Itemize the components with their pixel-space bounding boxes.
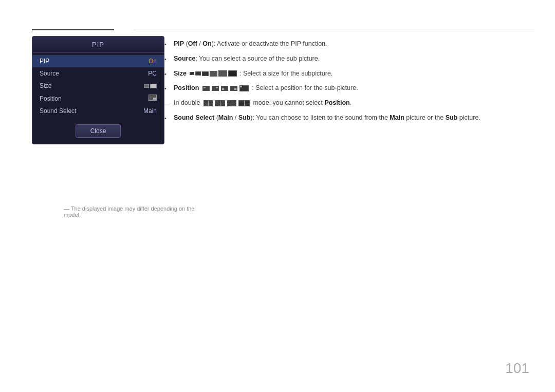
desc-pos-3 bbox=[221, 86, 228, 91]
pip-row-pip-value: On bbox=[149, 58, 157, 65]
desc-size-icons bbox=[190, 70, 237, 77]
size-icon-2 bbox=[150, 84, 157, 88]
pip-row-source-value: PC bbox=[148, 70, 157, 77]
desc-pos-1 bbox=[202, 86, 210, 91]
desc-size-6 bbox=[228, 70, 237, 77]
desc-dbl-icons bbox=[203, 100, 250, 106]
desc-size-3 bbox=[202, 71, 209, 76]
bullet-text-size: Size : Select a size for the subpicture. bbox=[174, 69, 332, 79]
bullet-text-position: Position : Select a position for the sub… bbox=[174, 83, 358, 93]
bullet-text-sound-select: Sound Select (Main / Sub): You can choos… bbox=[174, 113, 480, 123]
bullet-text-double: In double mode, you cannot select Positi… bbox=[174, 98, 351, 108]
bullet-dot-3: • bbox=[164, 70, 172, 79]
desc-pos-4 bbox=[230, 86, 237, 91]
bottom-note: ― The displayed image may differ dependi… bbox=[64, 206, 197, 218]
right-content: • PIP (Off / On): Activate or deactivate… bbox=[164, 39, 529, 128]
close-button[interactable]: Close bbox=[76, 124, 121, 138]
position-icon bbox=[149, 95, 157, 101]
bullet-dot-6: • bbox=[164, 114, 172, 123]
pip-row-pip[interactable]: PIP On bbox=[32, 55, 164, 67]
size-icons bbox=[144, 84, 157, 88]
pip-row-source[interactable]: Source PC bbox=[32, 67, 164, 80]
top-line-right bbox=[134, 29, 534, 29]
bullet-dot-5: ― bbox=[164, 99, 172, 108]
pip-row-sound-label: Sound Select bbox=[40, 107, 76, 115]
desc-dbl-1 bbox=[203, 100, 213, 106]
bullet-position: • Position : Select a position for the s… bbox=[164, 83, 529, 93]
bullet-dot-1: • bbox=[164, 40, 172, 49]
desc-dbl-2 bbox=[215, 100, 225, 106]
desc-size-1 bbox=[190, 72, 194, 75]
bullet-source: • Source: You can select a source of the… bbox=[164, 54, 529, 64]
left-panel: PIP PIP On Source PC Size bbox=[32, 36, 165, 144]
pip-menu: PIP On Source PC Size Positi bbox=[32, 53, 164, 119]
desc-pos-icons bbox=[202, 85, 249, 91]
bullet-list: • PIP (Off / On): Activate or deactivate… bbox=[164, 39, 529, 123]
bullet-text-pip: PIP (Off / On): Activate or deactivate t… bbox=[174, 39, 327, 49]
bullet-dot-4: • bbox=[164, 84, 172, 93]
pip-title: PIP bbox=[32, 36, 164, 53]
pip-row-size-value bbox=[144, 84, 157, 88]
pip-row-sound-value: Main bbox=[143, 107, 157, 115]
desc-size-2 bbox=[195, 71, 201, 76]
page-number: 101 bbox=[505, 360, 529, 377]
bullet-text-source: Source: You can select a source of the s… bbox=[174, 54, 320, 64]
desc-dbl-4 bbox=[238, 100, 250, 106]
pip-row-size[interactable]: Size bbox=[32, 80, 164, 92]
bullet-double: ― In double mode, you cannot select Posi… bbox=[164, 98, 529, 108]
desc-dbl-3 bbox=[227, 100, 236, 106]
pip-row-sound-select[interactable]: Sound Select Main bbox=[32, 105, 164, 117]
pip-row-pip-label: PIP bbox=[40, 58, 49, 65]
desc-size-4 bbox=[210, 71, 217, 77]
desc-pos-2 bbox=[212, 86, 219, 91]
size-icon-1 bbox=[144, 84, 149, 88]
top-line-left bbox=[32, 29, 114, 30]
pip-row-position-label: Position bbox=[40, 95, 62, 102]
pip-row-position[interactable]: Position bbox=[32, 92, 164, 105]
bullet-dot-2: • bbox=[164, 55, 172, 64]
pip-row-source-label: Source bbox=[40, 70, 59, 77]
desc-pos-5 bbox=[239, 85, 249, 91]
pip-row-position-value bbox=[149, 95, 157, 102]
bullet-size: • Size : Select a size for the subpictur… bbox=[164, 69, 529, 79]
close-button-wrap: Close bbox=[32, 119, 164, 144]
pip-row-size-label: Size bbox=[40, 82, 51, 89]
pip-box: PIP PIP On Source PC Size bbox=[32, 36, 164, 144]
bullet-sound-select: • Sound Select (Main / Sub): You can cho… bbox=[164, 113, 529, 123]
desc-size-5 bbox=[218, 70, 227, 77]
bullet-pip: • PIP (Off / On): Activate or deactivate… bbox=[164, 39, 529, 49]
